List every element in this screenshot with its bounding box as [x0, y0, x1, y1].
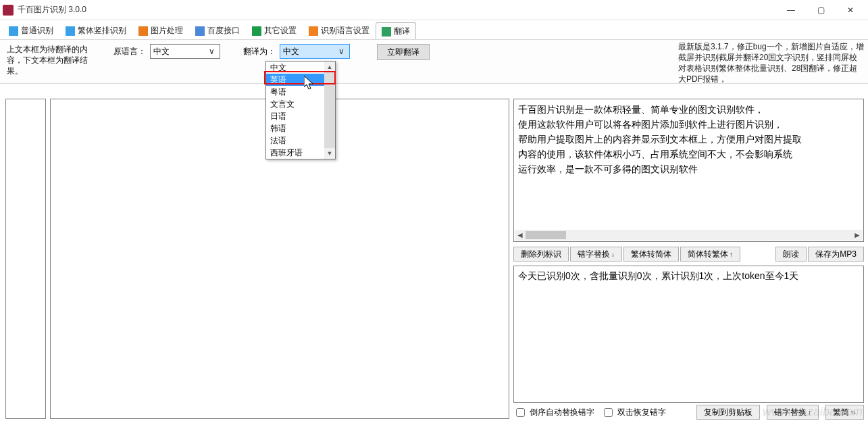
text-tools-row: 删除列标识 错字替换 繁体转简体 简体转繁体 朗读 保存为MP3: [513, 246, 864, 262]
translate-toolbar: 上文本框为待翻译的内容，下文本框为翻译结果。 原语言： 中文 ∨ 翻译为： 中文…: [0, 39, 868, 84]
tab-normal-ocr[interactable]: 普通识别: [3, 22, 59, 39]
target-lang-value: 中文: [283, 46, 299, 57]
maximize-button[interactable]: ▢: [806, 1, 836, 20]
delete-col-marks-button[interactable]: 删除列标识: [513, 247, 569, 262]
target-lang-label: 翻译为：: [243, 44, 276, 59]
dblclick-restore-checkbox[interactable]: 双击恢复错字: [601, 406, 666, 419]
horizontal-scrollbar[interactable]: ◄ ►: [515, 230, 863, 241]
scrollbar-thumb[interactable]: [526, 231, 566, 239]
save-mp3-button[interactable]: 保存为MP3: [808, 247, 864, 262]
tab-traditional-vertical[interactable]: 繁体竖排识别: [59, 22, 132, 39]
trad-simp-toggle-button[interactable]: 繁简: [825, 405, 864, 420]
scroll-up-icon[interactable]: ▲: [324, 61, 335, 72]
typo-replace-button[interactable]: 错字替换: [570, 247, 622, 262]
trad-to-simp-button[interactable]: 繁体转简体: [623, 247, 679, 262]
tab-baidu-api[interactable]: 百度接口: [189, 22, 246, 39]
bottom-toolbar: 倒序自动替换错字 双击恢复错字 复制到剪贴板 错字替换 繁简: [513, 404, 864, 420]
status-text: 今天已识别0次，含批量识别0次，累计识别1次，上次token至今1天: [518, 270, 798, 281]
copy-clipboard-button[interactable]: 复制到剪贴板: [696, 405, 760, 420]
reverse-auto-replace-checkbox[interactable]: 倒序自动替换错字: [513, 406, 594, 419]
source-lang-value: 中文: [153, 46, 170, 57]
target-lang-dropdown[interactable]: 中文 英语 粤语 文言文 日语 韩语 法语 西班牙语 ▲ ▼: [265, 61, 336, 159]
api-icon: [195, 26, 205, 36]
scroll-down-icon[interactable]: ▼: [324, 148, 335, 159]
left-thumbnail-panel[interactable]: [5, 99, 46, 419]
chevron-down-icon: ∨: [336, 47, 347, 56]
source-text-panel[interactable]: 千百图片识别是一款体积轻量、简单专业的图文识别软件， 使用这款软件用户可以将各种…: [513, 99, 864, 242]
typo-replace-button-2[interactable]: 错字替换: [767, 405, 819, 420]
scroll-left-icon[interactable]: ◄: [515, 230, 526, 241]
tabbar: 普通识别 繁体竖排识别 图片处理 百度接口 其它设置 识别语言设置 翻译: [0, 20, 868, 39]
simp-to-trad-button[interactable]: 简体转繁体: [680, 247, 740, 262]
doc-icon: [66, 26, 75, 36]
tab-translate[interactable]: 翻译: [376, 22, 416, 40]
read-aloud-button[interactable]: 朗读: [775, 247, 807, 262]
translate-icon: [382, 27, 391, 36]
rss-icon: [309, 26, 318, 36]
image-icon: [138, 26, 148, 36]
translate-now-button[interactable]: 立即翻译: [377, 44, 430, 60]
tab-image-process[interactable]: 图片处理: [132, 22, 189, 39]
target-lang-combo[interactable]: 中文 ∨: [280, 44, 350, 59]
chevron-down-icon: ∨: [206, 47, 217, 56]
doc-icon: [9, 26, 18, 36]
news-text: 最新版是3.1.7，修正bug一个，新增图片自适应，增截屏并识别截屏并翻译20国…: [678, 41, 864, 84]
window-title: 千百图片识别 3.0.0: [18, 4, 86, 16]
close-button[interactable]: ✕: [836, 1, 865, 20]
app-icon: [3, 5, 14, 16]
source-text[interactable]: 千百图片识别是一款体积轻量、简单专业的图文识别软件， 使用这款软件用户可以将各种…: [514, 99, 863, 179]
status-text-panel[interactable]: 今天已识别0次，含批量识别0次，累计识别1次，上次token至今1天: [513, 266, 864, 403]
gear-icon: [252, 26, 261, 36]
dropdown-scrollbar[interactable]: ▲ ▼: [324, 61, 335, 159]
main-area: 千百图片识别是一款体积轻量、简单专业的图文识别软件， 使用这款软件用户可以将各种…: [0, 89, 868, 423]
source-lang-label: 原语言：: [113, 44, 146, 59]
tab-lang-settings[interactable]: 识别语言设置: [303, 22, 376, 39]
titlebar: 千百图片识别 3.0.0 — ▢ ✕: [0, 0, 868, 20]
minimize-button[interactable]: —: [776, 1, 806, 20]
source-lang-combo[interactable]: 中文 ∨: [150, 44, 220, 59]
scroll-right-icon[interactable]: ►: [852, 230, 863, 241]
instruction-text: 上文本框为待翻译的内容，下文本框为翻译结果。: [7, 44, 101, 76]
tab-other-settings[interactable]: 其它设置: [246, 22, 303, 39]
